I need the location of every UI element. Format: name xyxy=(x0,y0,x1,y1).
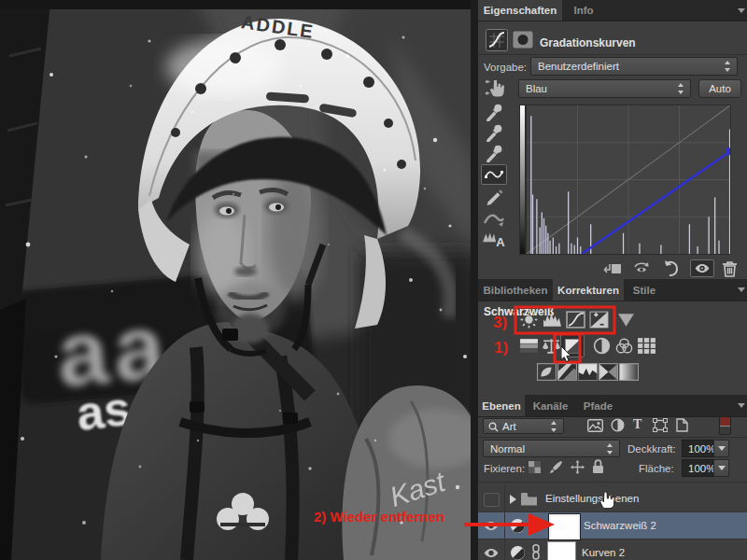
adjustments-tabbar: Bibliotheken Korrekturen Stile xyxy=(478,279,747,301)
panel-menu-icon[interactable] xyxy=(738,403,745,408)
adjustment-icon-posterize[interactable] xyxy=(557,363,577,381)
filter-pixel-layers-icon[interactable] xyxy=(587,419,603,432)
layer-row-kurven-2[interactable]: Kurven 2 xyxy=(478,539,747,560)
gray-point-eyedropper-icon[interactable] xyxy=(482,123,506,142)
filter-adjustment-layers-icon[interactable] xyxy=(611,418,625,432)
visibility-eye-icon[interactable] xyxy=(484,521,499,531)
filter-toggle[interactable] xyxy=(719,416,731,435)
auto-button[interactable]: Auto xyxy=(698,79,741,98)
filter-smart-object-icon[interactable] xyxy=(676,418,688,432)
eye-icon xyxy=(695,263,710,273)
adjustment-icon-exposure[interactable] xyxy=(589,311,609,329)
folder-icon xyxy=(520,492,538,506)
select-stepper-icon xyxy=(550,421,558,432)
adjustment-icon-gradient-map[interactable] xyxy=(599,363,618,381)
adjustment-layer-icon xyxy=(510,518,526,534)
lock-label: Fixieren: xyxy=(484,463,525,474)
adjustment-icon-invert[interactable] xyxy=(537,363,557,381)
lock-pixels-brush-icon[interactable] xyxy=(549,460,563,474)
layer-mask-thumbnail[interactable] xyxy=(547,541,576,560)
panel-menu-icon[interactable] xyxy=(738,287,745,292)
search-icon xyxy=(488,422,499,432)
targeted-adjustment-hand-icon[interactable] xyxy=(484,78,508,99)
layer-row-einstellungsebenen[interactable]: Einstellungsebenen xyxy=(478,486,747,512)
visibility-eye-button[interactable] xyxy=(690,259,714,277)
preset-label: Vorgabe: xyxy=(484,62,527,73)
mask-link-icon[interactable] xyxy=(530,544,542,560)
tab-korrekturen[interactable]: Korrekturen xyxy=(553,279,624,301)
tab-kanaele[interactable]: Kanäle xyxy=(525,395,576,416)
adjustment-icon-vibrance[interactable] xyxy=(616,311,636,329)
curves-badge-icon xyxy=(486,29,508,51)
lock-position-icon[interactable] xyxy=(571,460,585,474)
edit-curve-points-icon[interactable] xyxy=(481,164,507,185)
annotation-step1-label: 1) xyxy=(494,339,508,357)
fill-value[interactable]: 100% xyxy=(682,459,713,477)
adjustment-icon-brightness-contrast[interactable] xyxy=(519,311,539,329)
smooth-curve-icon[interactable] xyxy=(482,209,506,228)
tab-stile[interactable]: Stile xyxy=(624,279,665,301)
adjustment-icon-levels[interactable] xyxy=(543,311,562,329)
tab-ebenen[interactable]: Ebenen xyxy=(478,395,525,416)
filter-shape-layers-icon[interactable] xyxy=(653,418,668,432)
draw-curve-pencil-icon[interactable] xyxy=(482,187,506,205)
tab-info[interactable]: Info xyxy=(562,0,605,21)
layer-mask-badge-icon xyxy=(513,31,533,49)
reset-icon[interactable] xyxy=(662,260,679,277)
svg-text:A: A xyxy=(496,235,505,248)
adjustment-icon-threshold[interactable] xyxy=(578,363,598,381)
adjustment-icon-color-lookup[interactable] xyxy=(637,337,656,355)
select-stepper-icon xyxy=(724,61,732,72)
adjustment-icon-photo-filter[interactable] xyxy=(592,337,612,355)
layers-tabbar: Ebenen Kanäle Pfade xyxy=(478,395,747,417)
visibility-eye-icon[interactable] xyxy=(484,548,499,558)
annotation-step3-label: 3) xyxy=(493,314,507,332)
photo-canvas: aa as Kast xyxy=(0,0,478,560)
tab-bibliotheken[interactable]: Bibliotheken xyxy=(478,279,553,301)
view-previous-state-icon[interactable] xyxy=(631,260,652,277)
select-stepper-icon xyxy=(606,443,614,455)
adjustment-icon-black-white[interactable] xyxy=(560,334,585,357)
panel-menu-icon[interactable] xyxy=(738,8,745,13)
adjustment-icon-channel-mixer[interactable] xyxy=(614,337,634,355)
tab-pfade[interactable]: Pfade xyxy=(576,395,620,416)
adjustment-icon-curves[interactable] xyxy=(566,311,585,329)
adjustment-layer-icon xyxy=(510,545,526,560)
panel-stack: Eigenschaften Info Gradationskurven Vorg… xyxy=(478,0,747,560)
channel-select[interactable]: Blau xyxy=(518,79,691,98)
layer-mask-thumbnail[interactable] xyxy=(549,514,580,539)
properties-tabbar: Eigenschaften Info xyxy=(478,0,747,21)
fill-label: Fläche: xyxy=(639,463,674,474)
layer-filter-select[interactable]: Art xyxy=(483,418,564,434)
layer-row-schwarzweiss-2[interactable]: Schwarzweiß 2 xyxy=(478,512,747,539)
curves-grid[interactable] xyxy=(526,105,731,255)
opacity-label: Deckkraft: xyxy=(627,443,676,455)
select-stepper-icon xyxy=(677,83,685,94)
adjustment-icon-color-balance[interactable] xyxy=(542,337,561,355)
histogram-options-icon[interactable]: A xyxy=(482,230,506,248)
white-point-eyedropper-icon[interactable] xyxy=(482,144,506,162)
annotation-step2-label: 2) Wieder entfernen xyxy=(314,509,444,525)
adjustment-icon-selective-color[interactable] xyxy=(619,363,639,381)
tab-eigenschaften[interactable]: Eigenschaften xyxy=(478,0,562,21)
preset-select[interactable]: Benutzerdefiniert xyxy=(530,57,738,76)
properties-panel: Eigenschaften Info Gradationskurven Vorg… xyxy=(478,0,747,278)
black-point-eyedropper-icon[interactable] xyxy=(482,103,506,121)
layers-panel: Ebenen Kanäle Pfade Art T xyxy=(478,395,747,560)
adjustment-icon-hue-saturation[interactable] xyxy=(519,337,539,355)
fill-dropdown-button[interactable] xyxy=(713,459,729,477)
adjustments-panel: Bibliotheken Korrekturen Stile Schwarzwe… xyxy=(478,279,747,393)
panel-title: Gradationskurven xyxy=(540,36,636,49)
clip-to-layer-icon[interactable] xyxy=(603,262,622,276)
filter-type-layers-icon[interactable]: T xyxy=(633,417,641,432)
lock-all-icon[interactable] xyxy=(592,459,604,474)
delete-trash-icon[interactable] xyxy=(722,260,738,277)
visibility-toggle-off[interactable] xyxy=(484,493,500,507)
lock-transparency-icon[interactable] xyxy=(529,461,541,473)
curves-plot xyxy=(527,105,730,254)
blend-mode-select[interactable]: Normal xyxy=(483,440,620,457)
opacity-dropdown-button[interactable] xyxy=(713,440,729,457)
luminosity-gradient-strip xyxy=(519,105,526,255)
opacity-value[interactable]: 100% xyxy=(682,440,713,457)
group-expand-triangle-icon[interactable] xyxy=(510,495,516,504)
